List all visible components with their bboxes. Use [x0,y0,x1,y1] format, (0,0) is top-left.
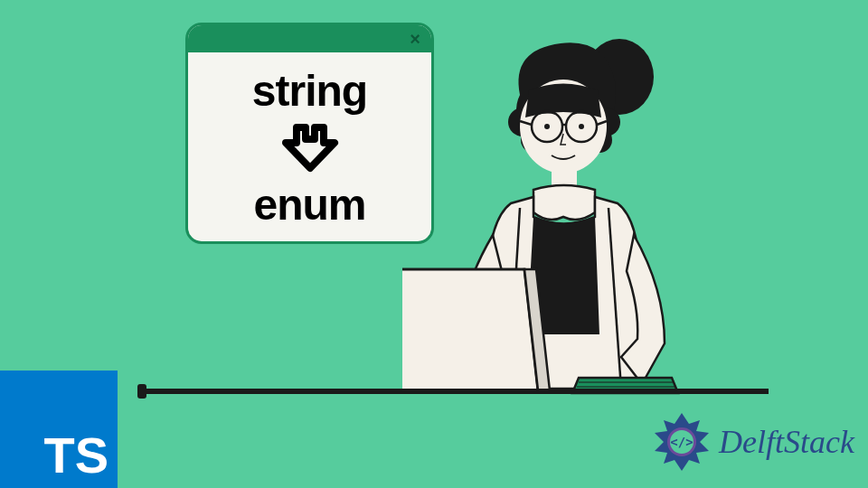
svg-point-11 [544,124,550,129]
desk-line [145,389,769,394]
ts-logo-text: TS [43,430,108,481]
typescript-logo: TS [0,371,118,488]
text-enum: enum [253,180,365,230]
code-window: × string enum [185,23,434,244]
delftstack-logo: </> DelftStack [649,409,854,474]
delftstack-text: DelftStack [719,423,854,461]
window-titlebar: × [188,25,431,52]
window-content: string enum [188,52,431,243]
text-string: string [252,66,367,116]
delftstack-icon: </> [649,409,714,474]
down-arrow-icon [278,123,342,173]
svg-point-12 [579,124,584,129]
svg-text:</>: </> [670,435,693,449]
person-illustration [402,27,746,470]
